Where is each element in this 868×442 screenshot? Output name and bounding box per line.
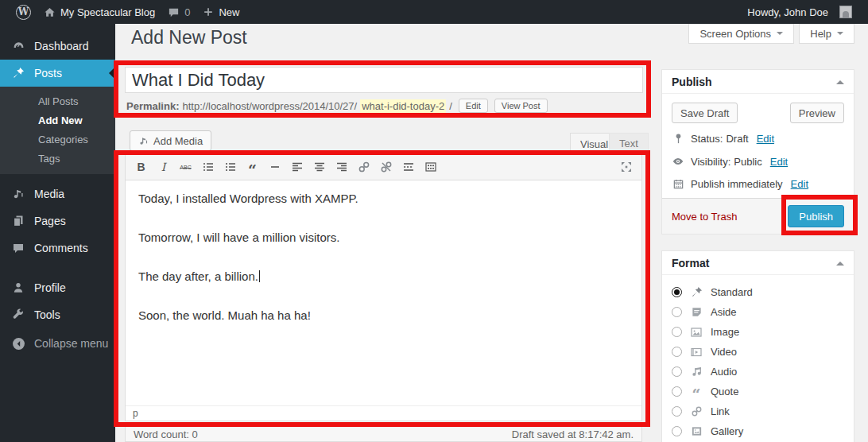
editor-content[interactable]: Today, I installed Wordpress with XAMPP.… [126, 180, 641, 405]
editor-paragraph-text: The day after, a billion. [138, 269, 258, 283]
sidebar-item-tools[interactable]: Tools [0, 301, 115, 328]
submenu-add-new[interactable]: Add New [0, 111, 115, 130]
format-label: Audio [711, 366, 737, 378]
format-option-gallery[interactable]: Gallery [672, 421, 844, 441]
sidebar-item-profile[interactable]: Profile [0, 274, 115, 301]
visibility-row: Visibility: Public Edit [662, 155, 854, 168]
remove-link-icon[interactable] [375, 157, 397, 177]
publish-button[interactable]: Publish [788, 205, 844, 227]
submenu-all-posts[interactable]: All Posts [0, 91, 115, 111]
format-box-header[interactable]: Format [662, 251, 854, 275]
radio-button[interactable] [672, 366, 682, 377]
comments-adminbar-link[interactable]: 0 [161, 0, 196, 24]
blockquote-icon[interactable]: “ [242, 157, 263, 177]
insert-link-icon[interactable] [353, 157, 374, 177]
format-option-audio[interactable]: Audio [672, 362, 844, 382]
format-option-standard[interactable]: Standard [672, 282, 844, 302]
radio-button[interactable] [672, 406, 682, 417]
align-right-icon[interactable] [331, 157, 352, 177]
italic-icon[interactable]: I [153, 157, 174, 177]
permalink-suffix: / [449, 100, 452, 112]
sidebar-item-collapse-menu[interactable]: Collapse menu [0, 330, 115, 357]
format-box-title: Format [672, 257, 709, 269]
bulleted-list-icon[interactable] [197, 157, 219, 177]
submenu-label: Tags [38, 153, 60, 165]
wordpress-admin-screen: W My Spectacular Blog 0 New [0, 0, 868, 442]
publish-box-header[interactable]: Publish [662, 70, 854, 94]
editor-toolbar: B I ABC “ [126, 154, 641, 180]
radio-button[interactable] [672, 347, 682, 357]
toolbar-toggle-icon[interactable] [420, 157, 441, 177]
profile-icon [10, 281, 26, 294]
post-title-input[interactable] [125, 67, 643, 93]
radio-button[interactable] [672, 386, 682, 397]
collapse-toggle-icon[interactable] [836, 258, 844, 266]
comments-icon [10, 242, 26, 254]
screen-options-button[interactable]: Screen Options [688, 24, 794, 44]
page-title: Add New Post [131, 27, 247, 48]
view-post-button[interactable]: View Post [494, 99, 548, 113]
submenu-categories[interactable]: Categories [0, 130, 115, 149]
insert-more-tag-icon[interactable] [397, 157, 419, 177]
admin-bar: W My Spectacular Blog 0 New [0, 0, 868, 24]
format-label: Quote [711, 386, 738, 397]
horizontal-rule-icon[interactable] [264, 157, 285, 177]
radio-button[interactable] [672, 426, 682, 436]
help-button[interactable]: Help [799, 24, 854, 44]
preview-button[interactable]: Preview [790, 103, 844, 123]
format-option-link[interactable]: Link [672, 401, 844, 421]
align-center-icon[interactable] [308, 157, 330, 177]
word-count: Word count: 0 [134, 428, 198, 440]
editor-status-bar: Word count: 0 Draft saved at 8:17:42 am. [125, 427, 642, 442]
permalink-label: Permalink: [126, 100, 179, 112]
publish-major-actions: Move to Trash Publish [662, 198, 854, 234]
numbered-list-icon[interactable] [219, 157, 241, 177]
submenu-tags[interactable]: Tags [0, 149, 115, 168]
sidebar-item-posts[interactable]: Posts [0, 60, 115, 87]
sidebar-item-label: Pages [34, 215, 66, 227]
format-option-aside[interactable]: Aside [672, 302, 844, 322]
tab-text[interactable]: Text [609, 133, 649, 154]
collapse-toggle-icon[interactable] [836, 76, 844, 84]
editor-element-path[interactable]: p [126, 405, 641, 421]
post-status-icon [672, 133, 684, 145]
posts-submenu: All Posts Add New Categories Tags [0, 87, 115, 174]
radio-button[interactable] [672, 307, 682, 317]
sidebar-item-label: Dashboard [34, 40, 89, 52]
word-count-label: Word count: [134, 428, 189, 440]
new-content-menu[interactable]: New [196, 0, 246, 24]
my-account-menu[interactable]: Howdy, John Doe [741, 0, 858, 24]
format-option-image[interactable]: Image [672, 322, 844, 342]
move-to-trash-link[interactable]: Move to Trash [672, 211, 737, 223]
add-media-button[interactable]: Add Media [130, 130, 211, 151]
distraction-free-icon[interactable] [615, 157, 637, 177]
align-left-icon[interactable] [286, 157, 308, 177]
radio-button[interactable] [672, 287, 682, 297]
permalink-edit-button[interactable]: Edit [459, 99, 488, 113]
publish-box: Publish Save Draft Preview Status: Draft… [661, 69, 854, 235]
sidebar-item-dashboard[interactable]: Dashboard [0, 33, 115, 60]
sidebar-item-comments[interactable]: Comments [0, 235, 115, 262]
wordpress-logo-menu[interactable]: W [10, 0, 37, 24]
save-draft-button[interactable]: Save Draft [672, 103, 738, 123]
visual-editor: B I ABC “ [125, 153, 642, 421]
format-label: Standard [711, 286, 753, 298]
radio-button[interactable] [672, 327, 682, 337]
collapse-icon [10, 337, 26, 351]
sidebar-item-pages[interactable]: Pages [0, 207, 115, 235]
bold-icon[interactable]: B [130, 157, 152, 177]
format-options: Standard Aside Image [662, 275, 854, 442]
strikethrough-icon[interactable]: ABC [175, 157, 196, 177]
visibility-edit-link[interactable]: Edit [770, 156, 788, 168]
schedule-edit-link[interactable]: Edit [791, 178, 808, 190]
format-option-quote[interactable]: “ Quote [672, 382, 844, 401]
status-edit-link[interactable]: Edit [757, 133, 774, 145]
site-name-link[interactable]: My Spectacular Blog [37, 0, 161, 24]
permalink-slug[interactable]: what-i-did-today-2 [360, 99, 446, 113]
quote-icon: “ [689, 385, 703, 398]
calendar-icon [672, 178, 684, 190]
format-option-video[interactable]: Video [672, 342, 844, 362]
visibility-value: Public [734, 156, 761, 168]
format-box: Format Standard Aside [661, 250, 854, 442]
sidebar-item-media[interactable]: Media [0, 180, 115, 207]
